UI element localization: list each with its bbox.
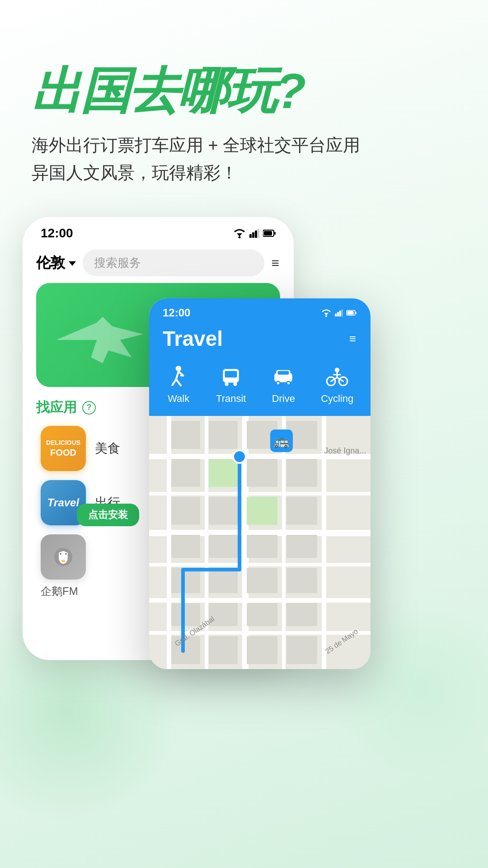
svg-rect-24 <box>347 311 354 315</box>
svg-point-15 <box>61 560 66 562</box>
walk-label: Walk <box>168 393 189 405</box>
menu-icon[interactable]: ≡ <box>271 258 280 269</box>
signal-icon <box>249 229 259 238</box>
help-icon[interactable]: ? <box>82 401 96 415</box>
travel-status-icons <box>321 309 357 317</box>
svg-point-13 <box>60 553 61 555</box>
travel-nav: Walk Transit <box>149 360 371 416</box>
jose-street-label: José Igna... <box>324 446 366 456</box>
penguin-app-icon <box>41 534 86 580</box>
find-apps-text: 找应用 <box>36 398 77 417</box>
svg-point-1 <box>239 236 241 239</box>
search-bar[interactable]: 搜索服务 <box>83 250 264 276</box>
svg-rect-8 <box>264 231 272 236</box>
travel-status-bar: 12:00 <box>149 298 371 323</box>
svg-rect-5 <box>258 229 259 238</box>
travel-menu-icon[interactable]: ≡ <box>349 334 357 344</box>
svg-line-28 <box>176 379 181 386</box>
status-bar: 12:00 <box>23 217 294 245</box>
svg-line-27 <box>173 379 176 385</box>
svg-point-46 <box>335 368 339 372</box>
travel-signal-icon <box>334 309 343 316</box>
svg-point-14 <box>65 553 67 555</box>
wifi-icon <box>233 228 246 238</box>
city-selector[interactable]: 伦敦 <box>36 253 76 273</box>
cycling-icon <box>325 364 350 389</box>
nav-item-transit[interactable]: Transit <box>216 364 246 405</box>
svg-point-33 <box>225 382 229 386</box>
travel-battery-icon <box>346 310 357 316</box>
status-icons <box>233 228 276 238</box>
nav-item-walk[interactable]: Walk <box>166 364 191 405</box>
svg-point-17 <box>325 315 327 317</box>
food-app-icon: DELICIOUS FOOD <box>41 426 86 471</box>
svg-marker-0 <box>237 233 242 236</box>
svg-rect-21 <box>342 309 343 316</box>
travel-title-row: Travel ≡ <box>149 323 371 360</box>
svg-rect-18 <box>335 314 337 316</box>
travel-wifi-icon <box>321 309 332 317</box>
walk-icon <box>166 364 191 389</box>
travel-overlay-phone: 12:00 <box>149 298 371 669</box>
phone-container: 12:00 <box>23 217 307 692</box>
svg-rect-19 <box>337 312 339 316</box>
svg-point-43 <box>287 382 290 384</box>
map-area: 🚌 José Igna... Gral. Olazábal 25 de Mayo <box>149 416 371 669</box>
travel-status-time: 12:00 <box>163 307 190 319</box>
svg-point-51 <box>233 450 246 463</box>
svg-marker-16 <box>324 313 328 316</box>
chevron-down-icon <box>69 261 76 266</box>
nav-item-cycling[interactable]: Cycling <box>321 364 353 405</box>
svg-point-34 <box>233 382 237 386</box>
svg-rect-4 <box>255 231 257 238</box>
penguin-icon <box>51 545 76 570</box>
travel-app-title: Travel <box>163 326 223 351</box>
cycling-label: Cycling <box>321 393 353 405</box>
install-button[interactable]: 点击安装 <box>77 504 139 526</box>
travel-header: 12:00 <box>149 298 371 416</box>
battery-icon <box>263 229 276 237</box>
svg-point-42 <box>277 382 279 384</box>
svg-rect-7 <box>274 232 276 235</box>
svg-rect-3 <box>252 232 254 238</box>
svg-text:🚌: 🚌 <box>274 434 290 448</box>
status-time: 12:00 <box>41 226 73 241</box>
svg-rect-32 <box>225 371 237 377</box>
svg-line-26 <box>176 371 178 379</box>
transit-icon <box>219 364 244 389</box>
svg-rect-39 <box>278 371 289 374</box>
svg-rect-23 <box>356 312 357 314</box>
transit-label: Transit <box>216 393 246 405</box>
food-app-label: 美食 <box>95 440 120 457</box>
subtitle: 海外出行订票打车应用 + 全球社交平台应用 异国人文风景，玩得精彩！ <box>32 132 456 187</box>
nav-item-drive[interactable]: Drive <box>271 364 296 405</box>
svg-rect-20 <box>339 311 341 316</box>
drive-label: Drive <box>272 393 295 405</box>
phone-toolbar: 伦敦 搜索服务 ≡ <box>23 245 294 283</box>
svg-rect-2 <box>249 234 252 238</box>
main-title: 出国去哪玩? <box>32 63 456 118</box>
drive-icon <box>271 364 296 389</box>
